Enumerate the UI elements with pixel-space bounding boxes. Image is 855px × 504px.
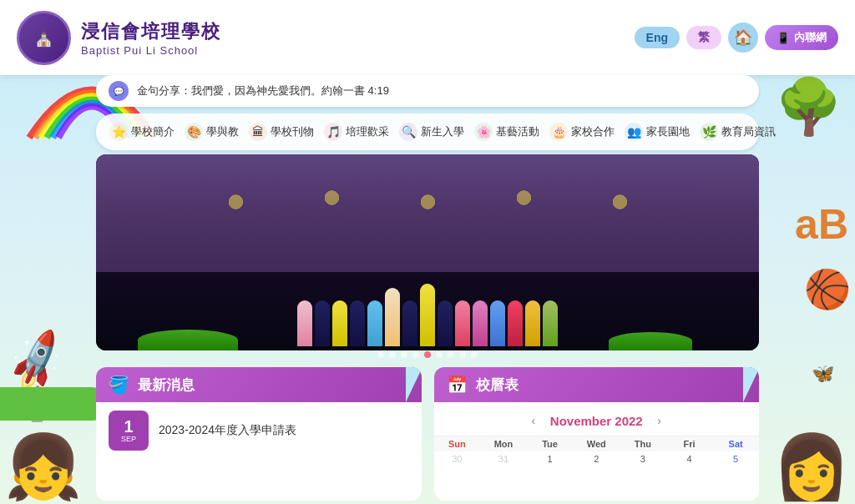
slideshow-area <box>96 154 759 350</box>
performer-3 <box>332 300 347 346</box>
news-item: 1 SEP 2023-2024年度入學申請表 <box>109 411 409 451</box>
nav-icon-8: 🌿 <box>700 123 718 141</box>
nav-icon-3: 🎵 <box>324 123 342 141</box>
nav-item-5[interactable]: 🌸基藝活動 <box>469 119 544 144</box>
calendar-grid: 30 31 1 2 3 4 5 <box>434 451 760 466</box>
school-name-chinese: 浸信會培理學校 <box>81 19 221 44</box>
letters-decoration: aB <box>795 200 848 249</box>
nav-item-4[interactable]: 🔍新生入學 <box>394 119 469 144</box>
performer-4 <box>350 300 365 346</box>
header: ⛪ 浸信會培理學校 Baptist Pui Li School Eng 繁 🏠 … <box>0 0 855 75</box>
performer-11 <box>473 300 488 346</box>
news-date-badge: 1 SEP <box>109 411 149 451</box>
lang-zh-button[interactable]: 繁 <box>686 26 721 49</box>
slide-dot-1[interactable] <box>377 351 384 358</box>
cal-header-wed: Wed <box>573 436 620 451</box>
calendar-next-button[interactable]: › <box>651 412 668 429</box>
intranet-button[interactable]: 📱 內聯網 <box>765 25 838 50</box>
performer-8 <box>420 284 435 346</box>
calendar-month-title: November 2022 <box>550 414 643 428</box>
cal-cell-oct30[interactable]: 30 <box>434 451 481 466</box>
nav-item-3[interactable]: 🎵培理歡采 <box>319 119 394 144</box>
slide-dot-3[interactable] <box>401 351 407 358</box>
news-content: 1 SEP 2023-2024年度入學申請表 <box>96 402 422 459</box>
nav-item-8[interactable]: 🌿教育局資訊 <box>695 119 781 144</box>
cal-cell-nov2[interactable]: 2 <box>573 451 620 466</box>
bush-left <box>138 330 238 350</box>
nav-label-1: 學與教 <box>206 124 239 139</box>
nav-item-1[interactable]: 🎨學與教 <box>180 119 244 144</box>
performer-15 <box>543 300 558 346</box>
slide-dot-7[interactable] <box>448 351 454 358</box>
marquee-bar: 💬 金句分享：我們愛，因為神先愛我們。約翰一書 4:19 <box>96 75 759 107</box>
nav-label-6: 家校合作 <box>571 124 615 139</box>
slide-dots <box>377 351 478 358</box>
news-panel-header: 🪣 最新消息 <box>96 367 422 402</box>
performer-7 <box>402 300 417 346</box>
ball-pool-decoration: 🏀 <box>804 267 851 311</box>
nav-item-0[interactable]: ⭐學校簡介 <box>104 119 180 144</box>
calendar-panel: 📅 校曆表 ‹ November 2022 › Sun Mon Tue Wed … <box>434 367 760 501</box>
cal-header-sun: Sun <box>434 436 481 451</box>
slide-dot-6[interactable] <box>436 351 443 358</box>
nav-label-3: 培理歡采 <box>346 124 389 139</box>
calendar-prev-button[interactable]: ‹ <box>525 412 542 429</box>
calendar-days-header: Sun Mon Tue Wed Thu Fri Sat <box>434 436 760 451</box>
cal-header-tue: Tue <box>527 436 574 451</box>
performer-6 <box>385 288 400 346</box>
grass-decoration-left <box>0 387 109 421</box>
phone-icon: 📱 <box>777 32 790 44</box>
marquee-icon: 💬 <box>109 81 129 101</box>
calendar-month-navigation: ‹ November 2022 › <box>434 402 760 436</box>
news-panel-title: 最新消息 <box>138 375 195 395</box>
cal-cell-nov3[interactable]: 3 <box>620 451 666 466</box>
calendar-panel-icon: 📅 <box>447 375 468 395</box>
girl-right-decoration: 👩 <box>772 431 851 504</box>
lang-eng-button[interactable]: Eng <box>635 27 680 48</box>
news-item-text[interactable]: 2023-2024年度入學申請表 <box>159 423 296 438</box>
slide-dot-2[interactable] <box>389 351 396 358</box>
home-button[interactable]: 🏠 <box>728 23 758 53</box>
news-panel-icon: 🪣 <box>109 375 129 395</box>
slide-dot-4[interactable] <box>412 351 419 358</box>
cal-cell-nov5[interactable]: 5 <box>712 451 759 466</box>
nav-icon-1: 🎨 <box>185 123 203 141</box>
school-logo: ⛪ <box>17 11 71 65</box>
performer-9 <box>438 300 453 346</box>
school-name-area: 浸信會培理學校 Baptist Pui Li School <box>81 19 221 57</box>
intranet-label: 內聯網 <box>794 30 827 45</box>
nav-item-7[interactable]: 👥家長園地 <box>620 119 695 144</box>
performer-14 <box>525 300 540 346</box>
performer-13 <box>508 300 523 346</box>
nav-item-2[interactable]: 🏛學校刊物 <box>244 119 319 144</box>
cal-cell-oct31[interactable]: 31 <box>480 451 527 466</box>
nav-label-4: 新生入學 <box>421 124 464 139</box>
slide-dot-5[interactable] <box>424 351 431 358</box>
calendar-panel-header: 📅 校曆表 <box>434 367 760 402</box>
calendar-panel-title: 校曆表 <box>476 375 519 395</box>
cal-header-sat: Sat <box>712 436 759 451</box>
nav-label-8: 教育局資訊 <box>721 124 776 139</box>
logo-area: ⛪ 浸信會培理學校 Baptist Pui Li School <box>17 11 221 65</box>
stage-image <box>96 154 759 350</box>
cal-cell-nov4[interactable]: 4 <box>666 451 713 466</box>
nav-label-5: 基藝活動 <box>496 124 539 139</box>
news-date-month: SEP <box>121 435 136 443</box>
nav-icon-5: 🌸 <box>474 123 493 141</box>
header-right: Eng 繁 🏠 📱 內聯網 <box>635 23 838 53</box>
cal-header-mon: Mon <box>480 436 527 451</box>
nav-icon-6: 🎂 <box>549 123 568 141</box>
bottom-section: 🪣 最新消息 1 SEP 2023-2024年度入學申請表 📅 校曆表 ‹ No… <box>96 367 759 501</box>
performer-2 <box>315 300 330 346</box>
cal-cell-nov1[interactable]: 1 <box>527 451 574 466</box>
marquee-text: 金句分享：我們愛，因為神先愛我們。約翰一書 4:19 <box>137 83 389 98</box>
nav-icon-0: ⭐ <box>109 123 128 141</box>
news-date-day: 1 <box>124 418 133 435</box>
nav-item-6[interactable]: 🎂家校合作 <box>544 119 620 144</box>
school-name-english: Baptist Pui Li School <box>81 44 221 57</box>
nav-label-7: 家長園地 <box>646 124 690 139</box>
nav-label-2: 學校刊物 <box>271 124 314 139</box>
slide-dot-9[interactable] <box>471 351 478 358</box>
slide-dot-8[interactable] <box>459 351 466 358</box>
stage-flowers <box>162 163 692 261</box>
